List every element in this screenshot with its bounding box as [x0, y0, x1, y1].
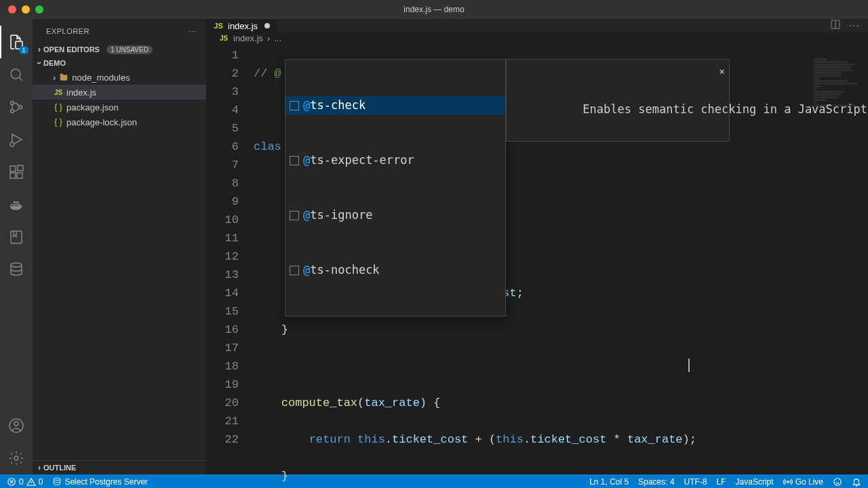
line-number: 10: [206, 211, 239, 229]
breadcrumbs[interactable]: JS index.js › ...: [206, 33, 868, 43]
suggest-prefix: @: [303, 208, 310, 222]
search-icon[interactable]: [0, 58, 33, 91]
suggest-item-ts-ignore[interactable]: @ts-ignore: [285, 206, 505, 224]
json-file-icon: { }: [53, 102, 64, 113]
outline-section[interactable]: › OUTLINE: [33, 460, 206, 474]
folder-label: DEMO: [43, 59, 66, 67]
line-number: 11: [206, 229, 239, 247]
bookmark-icon[interactable]: [0, 221, 33, 253]
code-token: return: [309, 433, 351, 446]
line-number: 22: [206, 430, 239, 449]
line-number: 21: [206, 412, 239, 430]
explorer-badge: 1: [19, 46, 28, 54]
code-token: *: [606, 433, 627, 446]
suggest-item-ts-check[interactable]: @ts-check: [285, 96, 505, 115]
svg-point-14: [14, 456, 18, 460]
line-number: 14: [206, 284, 239, 302]
file-tree: › node_modules JS index.js { } package.j…: [33, 70, 206, 129]
file-item-package-lock[interactable]: { } package-lock.json: [33, 115, 206, 129]
suggest-prefix: @: [303, 263, 310, 277]
close-window-button[interactable]: [8, 5, 16, 14]
line-number: 1: [206, 46, 239, 64]
suggest-label: ts-nocheck: [310, 263, 379, 277]
editor-area: JS index.js ··· JS index.js › ... 1 2 3 …: [206, 19, 868, 474]
debug-icon[interactable]: [0, 123, 33, 156]
file-item-node-modules[interactable]: › node_modules: [33, 70, 206, 85]
svg-point-3: [11, 110, 14, 113]
docker-icon[interactable]: [0, 188, 33, 221]
open-editors-section[interactable]: › OPEN EDITORS 1 UNSAVED: [33, 43, 206, 56]
line-number: 13: [206, 266, 239, 284]
folder-section[interactable]: › DEMO: [33, 56, 206, 70]
file-label: package.json: [66, 102, 119, 113]
svg-point-2: [11, 102, 14, 105]
suggest-doc-text: Enables semantic checking in a JavaScrip…: [583, 102, 868, 116]
tab-label: index.js: [228, 21, 258, 31]
line-number: 5: [206, 119, 239, 138]
line-number: 19: [206, 375, 239, 394]
svg-rect-6: [10, 166, 16, 171]
code-token: ticket_cost: [392, 433, 468, 446]
explorer-icon[interactable]: 1: [0, 26, 33, 58]
suggest-prefix: @: [303, 153, 310, 167]
suggest-label: ts-ignore: [310, 208, 372, 222]
line-number: 9: [206, 192, 239, 211]
line-number: 20: [206, 394, 239, 412]
code-token: (: [357, 396, 364, 409]
chevron-right-icon: ›: [267, 33, 270, 43]
folder-icon: [58, 72, 69, 83]
json-file-icon: { }: [53, 117, 64, 127]
svg-rect-8: [17, 173, 22, 178]
code-token: this: [496, 433, 524, 446]
status-postgres[interactable]: Select Postgres Server: [52, 477, 148, 487]
split-editor-icon[interactable]: [830, 19, 841, 33]
minimize-window-button[interactable]: [22, 5, 30, 14]
source-control-icon[interactable]: [0, 91, 33, 123]
text-cursor: [688, 359, 690, 372]
close-icon[interactable]: ✕: [719, 62, 725, 81]
file-label: node_modules: [72, 73, 130, 83]
database-icon[interactable]: [0, 253, 33, 286]
suggest-documentation: ✕ Enables semantic checking in a JavaScr…: [506, 59, 730, 142]
suggest-item-ts-nocheck[interactable]: @ts-nocheck: [285, 261, 505, 279]
svg-rect-7: [10, 173, 16, 178]
editor-body[interactable]: 1 2 3 4 5 6 7 8 9 10 11 12 13 14 15 16 1…: [206, 43, 868, 488]
line-number: 6: [206, 138, 239, 156]
maximize-window-button[interactable]: [35, 5, 43, 14]
svg-point-13: [14, 422, 18, 426]
sidebar-more-icon[interactable]: ···: [189, 27, 197, 35]
code-token: [351, 433, 357, 446]
line-number: 17: [206, 339, 239, 357]
titlebar: index.js — demo: [0, 0, 868, 19]
window-title: index.js — demo: [403, 5, 464, 14]
file-item-index-js[interactable]: JS index.js: [33, 85, 206, 100]
line-number: 7: [206, 156, 239, 174]
svg-point-17: [54, 478, 60, 481]
minimap[interactable]: [814, 58, 868, 261]
line-gutter: 1 2 3 4 5 6 7 8 9 10 11 12 13 14 15 16 1…: [206, 43, 254, 488]
tab-index-js[interactable]: JS index.js: [206, 19, 277, 33]
code-token: this: [357, 433, 385, 446]
open-editors-label: OPEN EDITORS: [43, 45, 100, 54]
file-label: index.js: [66, 87, 96, 98]
code-token: ;: [517, 287, 524, 300]
code-content[interactable]: // @ clas this.date = date; this.ticket_…: [254, 43, 868, 488]
code-token: }: [281, 323, 288, 336]
dirty-indicator-icon: [264, 23, 270, 28]
code-token: + (: [468, 433, 496, 446]
file-item-package-json[interactable]: { } package.json: [33, 100, 206, 115]
chevron-right-icon: ›: [38, 45, 41, 54]
main-layout: 1 EXPLORER ··: [0, 19, 868, 474]
svg-point-5: [10, 142, 14, 146]
postgres-label: Select Postgres Server: [64, 477, 148, 487]
sidebar: EXPLORER ··· › OPEN EDITORS 1 UNSAVED › …: [33, 19, 206, 474]
settings-icon[interactable]: [0, 442, 33, 474]
outline-label: OUTLINE: [43, 464, 76, 472]
extensions-icon[interactable]: [0, 156, 33, 188]
status-problems[interactable]: 0 0: [7, 477, 43, 487]
accounts-icon[interactable]: [0, 409, 33, 442]
suggest-item-ts-expect-error[interactable]: @ts-expect-error: [285, 151, 505, 169]
more-actions-icon[interactable]: ···: [849, 20, 860, 32]
code-token: tax_rate: [627, 433, 683, 446]
warning-count: 0: [39, 477, 43, 487]
